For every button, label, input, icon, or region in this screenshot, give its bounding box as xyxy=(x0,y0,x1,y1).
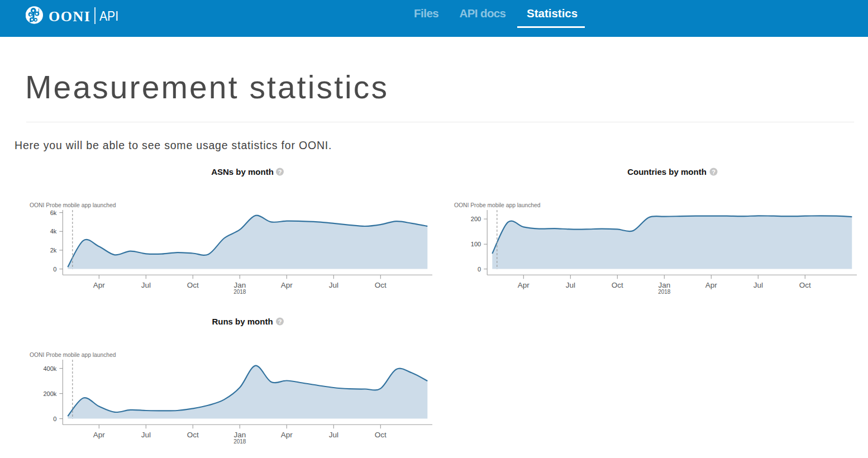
svg-text:Oct: Oct xyxy=(799,281,811,289)
svg-text:Runs by month: Runs by month xyxy=(212,317,273,326)
svg-text:Oct: Oct xyxy=(187,431,199,439)
svg-text:2018: 2018 xyxy=(233,438,246,445)
svg-text:Apr: Apr xyxy=(518,281,530,289)
svg-text:Apr: Apr xyxy=(281,431,293,439)
svg-text:Oct: Oct xyxy=(187,281,199,289)
svg-text:Jul: Jul xyxy=(141,431,151,439)
svg-text:100: 100 xyxy=(471,241,481,247)
svg-text:2018: 2018 xyxy=(658,289,671,295)
svg-text:?: ? xyxy=(278,318,282,325)
svg-text:0: 0 xyxy=(478,266,481,273)
svg-text:Apr: Apr xyxy=(93,431,106,439)
svg-text:Oct: Oct xyxy=(612,281,623,289)
svg-text:Jul: Jul xyxy=(141,281,151,289)
svg-text:Oct: Oct xyxy=(375,281,387,289)
svg-text:OONI Probe mobile app launched: OONI Probe mobile app launched xyxy=(30,202,116,208)
svg-text:OONI Probe mobile app launched: OONI Probe mobile app launched xyxy=(454,202,541,208)
svg-text:?: ? xyxy=(712,169,716,175)
svg-text:ASNs by month: ASNs by month xyxy=(211,167,274,176)
svg-text:Jan: Jan xyxy=(233,431,246,439)
svg-text:Jul: Jul xyxy=(329,281,338,289)
svg-text:6k: 6k xyxy=(50,209,57,216)
svg-text:Jul: Jul xyxy=(753,281,763,289)
svg-text:Oct: Oct xyxy=(375,431,387,439)
svg-text:Jul: Jul xyxy=(566,281,575,289)
svg-text:Jan: Jan xyxy=(233,281,246,289)
svg-text:Apr: Apr xyxy=(281,281,293,289)
svg-text:Jul: Jul xyxy=(329,431,338,439)
svg-text:4k: 4k xyxy=(50,228,57,235)
svg-text:Countries by month: Countries by month xyxy=(627,167,707,176)
svg-text:0: 0 xyxy=(53,266,56,273)
svg-text:400k: 400k xyxy=(43,365,56,372)
svg-text:?: ? xyxy=(278,169,282,175)
svg-text:200: 200 xyxy=(471,216,481,222)
svg-text:Jan: Jan xyxy=(658,281,670,289)
svg-text:OONI Probe mobile app launched: OONI Probe mobile app launched xyxy=(30,352,116,358)
svg-text:0: 0 xyxy=(53,416,56,422)
svg-text:2k: 2k xyxy=(50,247,57,254)
svg-text:Apr: Apr xyxy=(93,281,106,289)
svg-text:Apr: Apr xyxy=(705,281,718,289)
svg-text:2018: 2018 xyxy=(233,289,246,295)
svg-text:200k: 200k xyxy=(43,390,56,397)
